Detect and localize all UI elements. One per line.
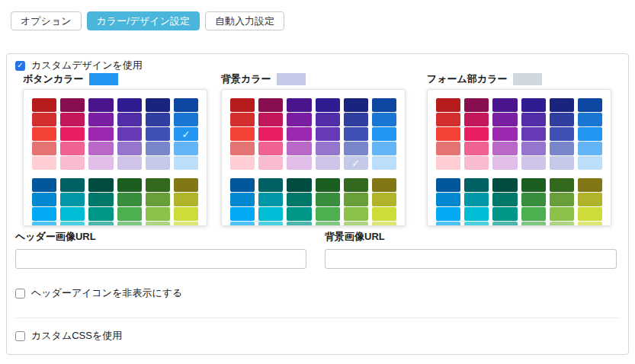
color-swatch[interactable] bbox=[230, 193, 255, 206]
color-swatch[interactable] bbox=[287, 142, 311, 155]
color-swatch[interactable] bbox=[372, 207, 396, 221]
color-swatch[interactable] bbox=[521, 222, 546, 226]
background-image-url-input[interactable] bbox=[325, 249, 617, 269]
color-swatch[interactable] bbox=[258, 113, 283, 126]
color-swatch[interactable] bbox=[174, 193, 198, 206]
color-swatch[interactable] bbox=[372, 178, 396, 192]
color-swatch[interactable] bbox=[344, 142, 368, 155]
color-swatch[interactable] bbox=[372, 156, 396, 170]
color-swatch[interactable] bbox=[287, 156, 311, 170]
color-swatch[interactable] bbox=[550, 156, 574, 170]
color-swatch[interactable] bbox=[117, 178, 142, 192]
color-swatch[interactable] bbox=[230, 156, 255, 170]
color-swatch[interactable] bbox=[521, 207, 546, 221]
color-swatch[interactable] bbox=[117, 207, 142, 221]
color-swatch[interactable] bbox=[316, 127, 340, 141]
color-swatch[interactable] bbox=[550, 178, 574, 192]
color-swatch[interactable] bbox=[578, 207, 602, 221]
color-swatch[interactable] bbox=[578, 98, 602, 112]
color-swatch[interactable] bbox=[372, 222, 396, 226]
color-swatch[interactable] bbox=[521, 178, 546, 192]
color-swatch[interactable] bbox=[32, 207, 56, 221]
color-swatch[interactable] bbox=[344, 222, 368, 226]
color-swatch[interactable] bbox=[32, 156, 56, 170]
color-swatch[interactable] bbox=[372, 193, 396, 206]
color-swatch[interactable] bbox=[550, 222, 574, 226]
color-swatch[interactable] bbox=[117, 222, 142, 226]
color-swatch[interactable] bbox=[117, 127, 142, 141]
color-swatch[interactable] bbox=[32, 98, 56, 112]
color-swatch[interactable] bbox=[174, 156, 198, 170]
color-swatch[interactable]: ✓ bbox=[174, 127, 198, 141]
color-swatch[interactable] bbox=[174, 207, 198, 221]
color-swatch[interactable] bbox=[60, 156, 85, 170]
color-swatch[interactable] bbox=[464, 156, 489, 170]
color-swatch[interactable] bbox=[316, 113, 340, 126]
color-swatch[interactable] bbox=[521, 127, 546, 141]
color-swatch[interactable] bbox=[258, 207, 283, 221]
color-swatch[interactable] bbox=[436, 178, 460, 192]
tab-autofill-settings[interactable]: 自動入力設定 bbox=[205, 11, 284, 30]
color-swatch[interactable] bbox=[492, 142, 517, 155]
color-swatch[interactable] bbox=[88, 222, 113, 226]
color-swatch[interactable] bbox=[117, 98, 142, 112]
color-swatch[interactable] bbox=[492, 207, 517, 221]
color-swatch[interactable] bbox=[464, 127, 489, 141]
tab-options[interactable]: オプション bbox=[11, 11, 82, 30]
color-swatch[interactable] bbox=[32, 178, 56, 192]
color-swatch[interactable] bbox=[436, 127, 460, 141]
color-swatch[interactable] bbox=[464, 193, 489, 206]
color-swatch[interactable] bbox=[258, 142, 283, 155]
color-swatch[interactable] bbox=[287, 127, 311, 141]
color-swatch[interactable] bbox=[578, 222, 602, 226]
color-swatch[interactable] bbox=[230, 98, 255, 112]
color-swatch[interactable] bbox=[146, 142, 170, 155]
color-swatch[interactable] bbox=[521, 193, 546, 206]
color-swatch[interactable] bbox=[258, 98, 283, 112]
color-swatch[interactable] bbox=[146, 113, 170, 126]
color-swatch[interactable] bbox=[88, 193, 113, 206]
color-swatch[interactable] bbox=[344, 207, 368, 221]
use-custom-design-checkbox[interactable]: ✓ bbox=[15, 61, 25, 71]
color-swatch[interactable] bbox=[117, 156, 142, 170]
color-swatch[interactable] bbox=[578, 142, 602, 155]
color-swatch[interactable] bbox=[492, 98, 517, 112]
color-swatch[interactable] bbox=[492, 178, 517, 192]
color-swatch[interactable] bbox=[372, 127, 396, 141]
color-swatch[interactable] bbox=[174, 178, 198, 192]
color-swatch[interactable] bbox=[578, 127, 602, 141]
color-swatch[interactable] bbox=[60, 193, 85, 206]
color-swatch[interactable] bbox=[316, 207, 340, 221]
color-swatch[interactable] bbox=[230, 142, 255, 155]
color-swatch[interactable] bbox=[146, 193, 170, 206]
color-swatch[interactable] bbox=[550, 127, 574, 141]
color-swatch[interactable] bbox=[316, 156, 340, 170]
color-swatch[interactable] bbox=[316, 142, 340, 155]
color-swatch[interactable] bbox=[436, 193, 460, 206]
color-swatch[interactable] bbox=[117, 113, 142, 126]
color-swatch[interactable] bbox=[117, 142, 142, 155]
color-swatch[interactable] bbox=[88, 142, 113, 155]
color-swatch[interactable] bbox=[258, 178, 283, 192]
color-swatch[interactable] bbox=[32, 193, 56, 206]
hide-header-icon-checkbox[interactable] bbox=[15, 289, 25, 299]
color-swatch[interactable] bbox=[578, 156, 602, 170]
color-swatch[interactable] bbox=[32, 222, 56, 226]
color-swatch[interactable] bbox=[174, 142, 198, 155]
color-swatch[interactable] bbox=[464, 142, 489, 155]
color-swatch[interactable] bbox=[316, 178, 340, 192]
color-swatch[interactable] bbox=[492, 193, 517, 206]
color-swatch[interactable]: ✓ bbox=[344, 156, 368, 170]
color-swatch[interactable] bbox=[578, 113, 602, 126]
color-swatch[interactable] bbox=[550, 142, 574, 155]
color-swatch[interactable] bbox=[258, 193, 283, 206]
color-swatch[interactable] bbox=[436, 156, 460, 170]
color-swatch[interactable] bbox=[436, 207, 460, 221]
color-swatch[interactable] bbox=[146, 207, 170, 221]
color-swatch[interactable] bbox=[32, 113, 56, 126]
color-swatch[interactable] bbox=[32, 127, 56, 141]
color-swatch[interactable] bbox=[492, 113, 517, 126]
color-swatch[interactable] bbox=[464, 222, 489, 226]
color-swatch[interactable] bbox=[117, 193, 142, 206]
color-swatch[interactable] bbox=[436, 222, 460, 226]
